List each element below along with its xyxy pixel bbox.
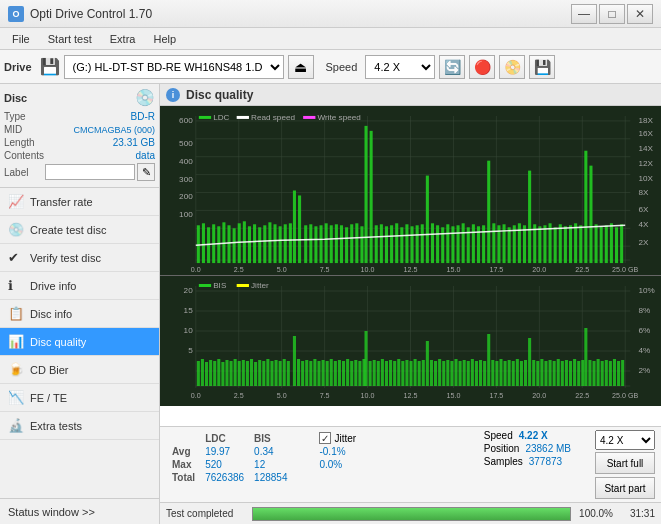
menu-extra[interactable]: Extra [102, 31, 144, 47]
progress-area: Test completed 100.0% 31:31 [160, 502, 661, 524]
svg-rect-74 [335, 224, 338, 263]
sidebar-item-transfer-rate[interactable]: 📈 Transfer rate [0, 188, 159, 216]
svg-rect-191 [528, 338, 531, 386]
minimize-button[interactable]: — [571, 4, 597, 24]
svg-text:15: 15 [184, 306, 194, 315]
svg-rect-104 [482, 225, 485, 263]
svg-rect-84 [385, 226, 388, 263]
svg-rect-48 [202, 223, 205, 263]
sidebar-item-disc-quality[interactable]: 📊 Disc quality [0, 328, 159, 356]
sidebar-item-cd-bier[interactable]: 🍺 CD Bier [0, 356, 159, 384]
maximize-button[interactable]: □ [599, 4, 625, 24]
svg-rect-211 [326, 361, 329, 386]
verify-test-disc-icon: ✔ [8, 250, 24, 265]
top-chart-wrapper: 600 500 400 300 200 100 18X 16X 14X 12X … [160, 106, 661, 276]
svg-rect-110 [518, 223, 521, 263]
svg-text:2.5: 2.5 [234, 266, 244, 273]
svg-rect-112 [523, 225, 526, 263]
avg-ldc: 19.97 [201, 446, 248, 457]
svg-rect-128 [610, 223, 613, 263]
save-button[interactable]: 💾 [529, 55, 555, 79]
svg-rect-54 [233, 228, 236, 263]
drive-info-icon: ℹ [8, 278, 24, 293]
main-layout: Disc 💿 Type BD-R MID CMCMAGBA5 (000) Len… [0, 84, 661, 524]
svg-rect-88 [405, 224, 408, 263]
svg-rect-270 [581, 360, 584, 386]
position-label: Position [484, 443, 520, 454]
sidebar-item-fe-te[interactable]: 📉 FE / TE [0, 384, 159, 412]
svg-text:0.0: 0.0 [191, 392, 201, 399]
refresh-button[interactable]: 🔄 [439, 55, 465, 79]
speed-select[interactable]: 4.2 X [365, 55, 435, 79]
sidebar-item-extra-tests[interactable]: 🔬 Extra tests [0, 412, 159, 440]
start-part-button[interactable]: Start part [595, 477, 654, 499]
svg-rect-269 [577, 361, 580, 386]
disc-mid-value: CMCMAGBA5 (000) [73, 125, 155, 135]
svg-rect-118 [559, 224, 562, 263]
svg-text:17.5: 17.5 [489, 392, 503, 399]
sidebar-item-verify-test-disc[interactable]: ✔ Verify test disc [0, 244, 159, 272]
menu-file[interactable]: File [4, 31, 38, 47]
disc-label-row: Label ✎ [4, 163, 155, 181]
menu-help[interactable]: Help [145, 31, 184, 47]
close-button[interactable]: ✕ [627, 4, 653, 24]
svg-rect-55 [238, 223, 241, 263]
svg-text:16X: 16X [639, 129, 654, 138]
svg-text:8X: 8X [639, 189, 650, 198]
svg-rect-190 [487, 334, 490, 386]
speed-select-dropdown[interactable]: 4.2 X [595, 430, 655, 450]
svg-rect-224 [381, 359, 384, 386]
erase-button[interactable]: 🔴 [469, 55, 495, 79]
status-window-button[interactable]: Status window >> [0, 498, 159, 524]
svg-rect-219 [358, 361, 361, 386]
svg-rect-197 [262, 361, 265, 386]
svg-rect-108 [508, 227, 511, 263]
svg-rect-75 [364, 126, 367, 263]
svg-rect-265 [561, 361, 564, 386]
svg-text:20: 20 [184, 286, 194, 295]
svg-rect-262 [549, 360, 552, 386]
svg-text:7.5: 7.5 [320, 392, 330, 399]
eject-button[interactable]: ⏏ [288, 55, 314, 79]
disc-label-input[interactable] [45, 164, 135, 180]
svg-text:22.5: 22.5 [575, 266, 589, 273]
sidebar-item-create-test-disc[interactable]: 💿 Create test disc [0, 216, 159, 244]
sidebar-item-disc-info[interactable]: 📋 Disc info [0, 300, 159, 328]
disc-panel: Disc 💿 Type BD-R MID CMCMAGBA5 (000) Len… [0, 84, 159, 188]
svg-rect-80 [355, 223, 358, 263]
svg-rect-237 [438, 359, 441, 386]
sidebar-item-drive-info[interactable]: ℹ Drive info [0, 272, 159, 300]
svg-rect-103 [487, 161, 490, 263]
action-buttons: Start full Start part [595, 452, 654, 499]
svg-rect-115 [543, 225, 546, 263]
svg-text:18X: 18X [639, 116, 654, 125]
svg-text:10: 10 [184, 326, 194, 335]
svg-text:0.0: 0.0 [191, 266, 201, 273]
svg-rect-282 [237, 284, 249, 287]
disc-mid-label: MID [4, 124, 22, 135]
window-controls: — □ ✕ [571, 4, 653, 24]
cd-bier-icon: 🍺 [8, 362, 24, 377]
write-button[interactable]: 📀 [499, 55, 525, 79]
drive-select[interactable]: (G:) HL-DT-ST BD-RE WH16NS48 1.D3 [64, 55, 284, 79]
avg-jitter: -0.1% [315, 446, 360, 457]
svg-rect-251 [499, 359, 502, 386]
svg-rect-179 [213, 361, 216, 386]
svg-rect-247 [479, 360, 482, 386]
svg-rect-243 [463, 360, 466, 386]
svg-rect-210 [322, 360, 325, 386]
svg-text:200: 200 [179, 193, 193, 202]
disc-label-edit-button[interactable]: ✎ [137, 163, 155, 181]
jitter-checkbox[interactable]: ✓ [319, 432, 331, 444]
max-label: Max [168, 459, 199, 470]
start-full-button[interactable]: Start full [595, 452, 654, 474]
svg-rect-131 [199, 116, 211, 119]
svg-text:6%: 6% [639, 326, 651, 335]
menu-start-test[interactable]: Start test [40, 31, 100, 47]
svg-rect-94 [436, 225, 439, 263]
transfer-rate-icon: 📈 [8, 194, 24, 209]
svg-text:LDC: LDC [213, 113, 230, 122]
svg-rect-51 [217, 226, 220, 263]
svg-rect-76 [370, 131, 373, 263]
svg-rect-181 [221, 362, 224, 386]
